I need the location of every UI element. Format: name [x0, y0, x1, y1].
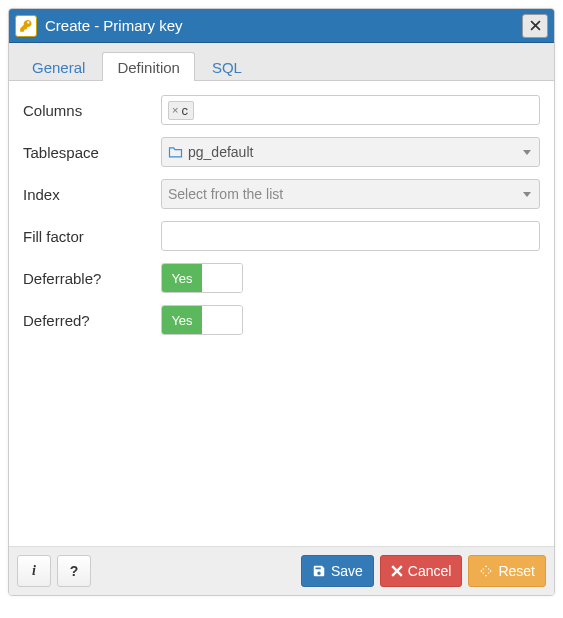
- label-fill-factor: Fill factor: [23, 228, 161, 245]
- save-label: Save: [331, 563, 363, 579]
- save-button[interactable]: Save: [301, 555, 374, 587]
- row-index: Index Select from the list: [23, 179, 540, 209]
- row-tablespace: Tablespace pg_default: [23, 137, 540, 167]
- token-remove-icon[interactable]: ×: [172, 104, 178, 116]
- dialog-footer: i ? Save Cancel Reset: [9, 547, 554, 595]
- titlebar: Create - Primary key: [9, 9, 554, 43]
- tab-definition[interactable]: Definition: [102, 52, 195, 81]
- save-icon: [312, 564, 326, 578]
- reset-label: Reset: [498, 563, 535, 579]
- row-fill-factor: Fill factor: [23, 221, 540, 251]
- row-columns: Columns × c: [23, 95, 540, 125]
- close-button[interactable]: [522, 14, 548, 38]
- help-icon: ?: [70, 563, 79, 579]
- dialog-title: Create - Primary key: [45, 17, 522, 34]
- cancel-icon: [391, 565, 403, 577]
- index-placeholder: Select from the list: [168, 186, 283, 202]
- token-text: c: [181, 103, 188, 118]
- dialog-body: Columns × c Tablespace pg_default: [9, 81, 554, 547]
- cancel-button[interactable]: Cancel: [380, 555, 463, 587]
- deferred-toggle[interactable]: Yes: [161, 305, 243, 335]
- info-button[interactable]: i: [17, 555, 51, 587]
- reset-button[interactable]: Reset: [468, 555, 546, 587]
- tablespace-select[interactable]: pg_default: [161, 137, 540, 167]
- create-primary-key-dialog: Create - Primary key General Definition …: [8, 8, 555, 596]
- chevron-down-icon: [523, 150, 531, 155]
- deferrable-toggle[interactable]: Yes: [161, 263, 243, 293]
- label-deferred: Deferred?: [23, 312, 161, 329]
- folder-icon: [168, 146, 183, 158]
- label-index: Index: [23, 186, 161, 203]
- toggle-handle: [202, 306, 242, 334]
- toggle-on-label: Yes: [162, 306, 202, 334]
- column-token[interactable]: × c: [168, 101, 194, 120]
- label-tablespace: Tablespace: [23, 144, 161, 161]
- index-select[interactable]: Select from the list: [161, 179, 540, 209]
- help-button[interactable]: ?: [57, 555, 91, 587]
- fill-factor-input[interactable]: [161, 221, 540, 251]
- cancel-label: Cancel: [408, 563, 452, 579]
- fill-factor-field[interactable]: [168, 227, 533, 245]
- chevron-down-icon: [523, 192, 531, 197]
- tab-bar: General Definition SQL: [9, 43, 554, 81]
- columns-input[interactable]: × c: [161, 95, 540, 125]
- tab-sql[interactable]: SQL: [197, 52, 257, 81]
- reset-icon: [479, 564, 493, 578]
- info-icon: i: [32, 563, 36, 579]
- tablespace-value: pg_default: [188, 144, 253, 160]
- label-columns: Columns: [23, 102, 161, 119]
- tab-general[interactable]: General: [17, 52, 100, 81]
- primary-key-icon: [15, 15, 37, 37]
- label-deferrable: Deferrable?: [23, 270, 161, 287]
- close-icon: [530, 20, 541, 31]
- toggle-on-label: Yes: [162, 264, 202, 292]
- toggle-handle: [202, 264, 242, 292]
- row-deferrable: Deferrable? Yes: [23, 263, 540, 293]
- row-deferred: Deferred? Yes: [23, 305, 540, 335]
